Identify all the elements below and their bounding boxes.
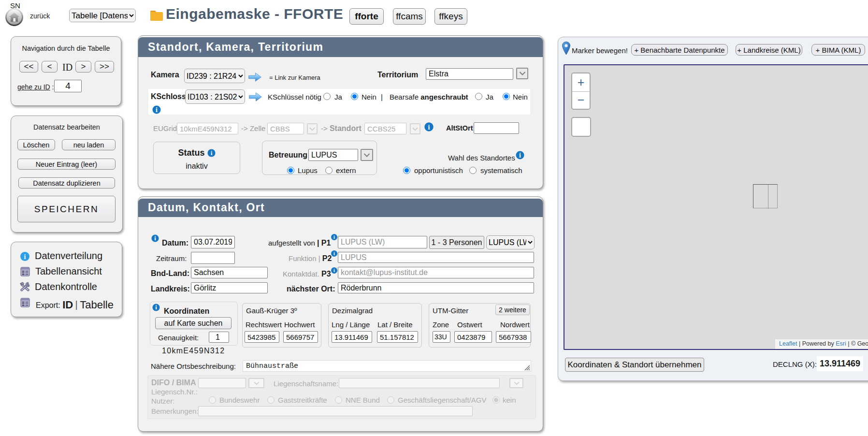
svg-text:i: i — [154, 235, 156, 242]
svg-text:i: i — [333, 268, 335, 273]
svg-text:i: i — [24, 253, 26, 261]
svg-text:i: i — [519, 151, 521, 159]
svg-text:i: i — [333, 251, 335, 256]
svg-text:i: i — [333, 234, 335, 240]
svg-text:i: i — [210, 149, 212, 157]
svg-text:i: i — [156, 106, 158, 114]
svg-text:i: i — [155, 304, 157, 311]
svg-text:i: i — [428, 123, 430, 131]
